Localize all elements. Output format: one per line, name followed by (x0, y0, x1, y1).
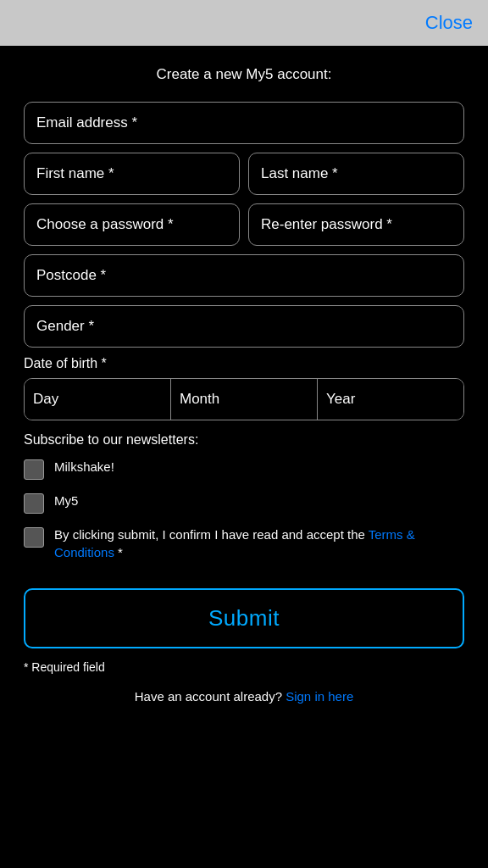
dob-row: Day Month Year (24, 378, 464, 420)
reenter-password-group (248, 203, 464, 246)
name-row (24, 153, 464, 195)
last-name-group (248, 153, 464, 195)
terms-prefix: By clicking submit, I confirm I have rea… (54, 527, 369, 542)
main-content: Create a new My5 account: Date of birth … (0, 46, 488, 746)
gender-field[interactable] (24, 305, 464, 348)
first-name-group (24, 153, 240, 195)
gender-group (24, 305, 464, 348)
signin-row: Have an account already? Sign in here (24, 689, 464, 721)
password-group (24, 203, 240, 246)
page-title: Create a new My5 account: (24, 66, 464, 83)
my5-label: My5 (54, 492, 78, 509)
postcode-field[interactable] (24, 254, 464, 297)
first-name-field[interactable] (24, 153, 240, 195)
signin-link[interactable]: Sign in here (286, 689, 353, 704)
terms-suffix: * (114, 545, 123, 559)
submit-button[interactable]: Submit (24, 588, 464, 648)
dob-year-picker[interactable]: Year (318, 379, 463, 420)
terms-checkbox-row: By clicking submit, I confirm I have rea… (24, 526, 464, 561)
required-note: * Required field (24, 660, 464, 674)
close-button[interactable]: Close (425, 12, 473, 34)
terms-label: By clicking submit, I confirm I have rea… (54, 526, 464, 561)
reenter-password-field[interactable] (248, 203, 464, 246)
my5-checkbox-row: My5 (24, 492, 464, 514)
top-bar: Close (0, 0, 488, 46)
dob-month-picker[interactable]: Month (171, 379, 318, 420)
email-field[interactable] (24, 102, 464, 144)
email-group (24, 102, 464, 144)
my5-checkbox[interactable] (24, 493, 44, 514)
password-field[interactable] (24, 203, 240, 246)
password-row (24, 203, 464, 246)
milkshake-label: Milkshake! (54, 458, 114, 476)
newsletter-label: Subscribe to our newsletters: (24, 432, 464, 448)
milkshake-checkbox[interactable] (24, 459, 44, 480)
last-name-field[interactable] (248, 153, 464, 195)
dob-label: Date of birth * (24, 356, 464, 371)
dob-day-picker[interactable]: Day (25, 379, 171, 420)
milkshake-checkbox-row: Milkshake! (24, 458, 464, 480)
signin-prefix: Have an account already? (135, 689, 286, 704)
terms-checkbox[interactable] (24, 527, 44, 548)
postcode-group (24, 254, 464, 297)
